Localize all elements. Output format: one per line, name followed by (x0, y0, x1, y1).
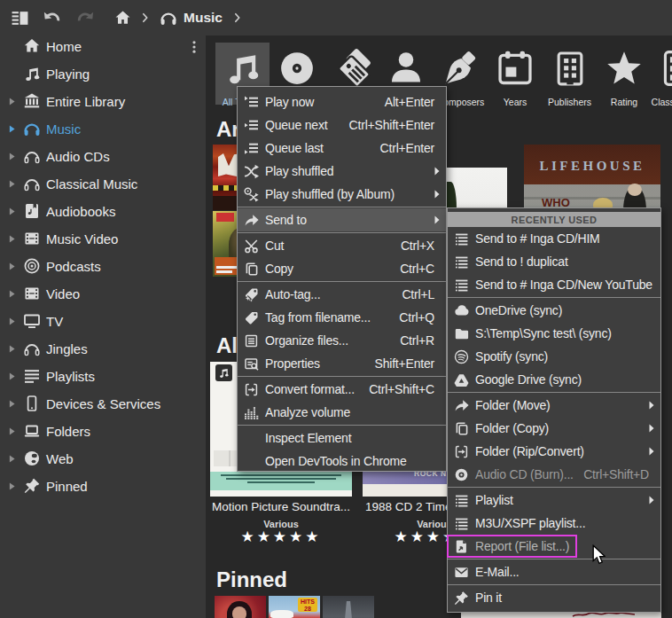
queue-next-icon (244, 118, 259, 133)
menu-item-audio-cd-burn[interactable]: Audio CD (Burn)...Ctrl+Shift+D (448, 463, 660, 486)
sidebar-item-classical-music[interactable]: Classical Music (0, 170, 206, 198)
spotify-icon (454, 349, 469, 364)
view-tab-label: Publishers (548, 97, 591, 107)
menu-item-folder-copy[interactable]: Folder (Copy) (448, 417, 660, 440)
menu-item-send-to-duplicat[interactable]: Send to ! duplicat (448, 250, 660, 273)
menu-item-label: Analyze volume (265, 405, 350, 419)
sidebar-item-music-video[interactable]: Music Video (0, 225, 206, 253)
sidebar-item-home[interactable]: Home (0, 33, 206, 60)
library-icon (22, 91, 42, 111)
menu-item-google-drive-sync[interactable]: Google Drive (sync) (448, 368, 660, 391)
album-rating[interactable]: ★★★★★ (209, 528, 353, 545)
expand-arrow-icon[interactable] (9, 234, 18, 243)
menu-item-label: Copy (265, 262, 293, 276)
sidebar-item-podcasts[interactable]: Podcasts (0, 253, 206, 280)
note-big-icon (223, 49, 262, 88)
pinned-thumb[interactable] (323, 596, 374, 618)
sidebar-item-folders[interactable]: Folders (0, 418, 206, 445)
menu-item-queue-last[interactable]: Queue lastCtrl+Enter (238, 137, 446, 160)
menu-item-label: E-Mail... (475, 565, 520, 579)
menu-item-copy[interactable]: CopyCtrl+C (238, 257, 446, 280)
menu-item-inspect-element[interactable]: Inspect Element (238, 426, 446, 450)
undo-button[interactable] (39, 0, 65, 35)
expand-arrow-icon[interactable] (9, 426, 18, 435)
toggle-panel-button[interactable] (0, 0, 39, 35)
podcast-icon (22, 256, 42, 276)
convert-icon (244, 382, 259, 397)
menu-item-send-to-inga-cd-him[interactable]: Send to # Inga CD/HIM (448, 227, 660, 250)
menu-item-open-devtools-in-chrome[interactable]: Open DevTools in Chrome (238, 450, 446, 473)
menu-item-m3u-xspf-playlist[interactable]: M3U/XSPF playlist... (448, 512, 660, 535)
view-tab-publishers[interactable]: Publishers (543, 43, 598, 105)
menu-item-cut[interactable]: CutCtrl+X (238, 234, 446, 257)
expand-arrow-icon[interactable] (9, 97, 18, 106)
expand-arrow-icon[interactable] (9, 344, 18, 353)
sidebar-item-video[interactable]: Video (0, 280, 206, 308)
pinned-thumb[interactable] (215, 596, 266, 618)
expand-arrow-icon[interactable] (9, 179, 18, 188)
sidebar-item-jingles[interactable]: Jingles (0, 335, 206, 363)
expand-arrow-icon[interactable] (9, 262, 18, 270)
menu-item-label: Folder (Move) (475, 398, 551, 412)
expand-arrow-icon[interactable] (9, 399, 18, 408)
laptop-icon (22, 421, 42, 441)
breadcrumb-music-button[interactable]: Music (160, 0, 223, 35)
menu-item-folder-move[interactable]: Folder (Move) (448, 394, 660, 417)
view-tab-label: Rating (611, 97, 637, 107)
menu-item-label: Queue next (265, 118, 327, 132)
menu-item-label: Google Drive (sync) (475, 372, 582, 387)
expand-arrow-icon[interactable] (9, 481, 18, 490)
sidebar-item-audio-cds[interactable]: Audio CDs (0, 143, 206, 170)
expand-arrow-icon[interactable] (9, 454, 18, 463)
sidebar-item-pinned[interactable]: Pinned (0, 473, 206, 500)
view-tab-classification[interactable]: Classification (652, 43, 672, 105)
sidebar-item-devices-services[interactable]: Devices & Services (0, 390, 206, 418)
sidebar-item-music[interactable]: Music (0, 115, 206, 143)
sidebar-item-audiobooks[interactable]: Audiobooks (0, 198, 206, 225)
expand-arrow-icon[interactable] (9, 124, 18, 133)
analyze-icon (244, 405, 259, 420)
sidebar-item-tv[interactable]: TV (0, 308, 206, 335)
menu-item-label: Tag from filename... (265, 310, 371, 325)
menu-item-properties[interactable]: PropertiesShift+Enter (238, 352, 446, 375)
menu-item-convert-format[interactable]: Convert format...Ctrl+Shift+C (238, 378, 446, 401)
pinned-thumb[interactable]: HITS 28 (269, 596, 320, 618)
menu-separator (238, 207, 446, 207)
menu-item-folder-rip-convert[interactable]: Folder (Rip/Convert) (448, 440, 660, 463)
menu-item-tag-from-filename[interactable]: Tag from filename...Ctrl+Q (238, 306, 446, 329)
view-tab-rating[interactable]: Rating (597, 43, 652, 105)
menu-item-pin-it[interactable]: Pin it (448, 586, 660, 609)
menu-item-send-to[interactable]: Send to (238, 208, 446, 231)
sidebar-item-playlists[interactable]: Playlists (0, 363, 206, 390)
menu-item-playlist[interactable]: Playlist (448, 489, 660, 512)
sidebar-item-entire-library[interactable]: Entire Library (0, 88, 206, 115)
expand-arrow-icon[interactable] (9, 152, 18, 160)
menu-item-onedrive-sync[interactable]: OneDrive (sync) (448, 299, 660, 322)
submenu-arrow-icon (649, 496, 654, 505)
sidebar-item-label: Music Video (46, 231, 118, 246)
menu-item-send-to-inga-cd-new-youtube[interactable]: Send to # Inga CD/New YouTube (448, 273, 660, 296)
expand-arrow-icon[interactable] (9, 372, 18, 380)
view-tab-years[interactable]: Years (488, 43, 543, 105)
menu-item-analyze-volume[interactable]: Analyze volume (238, 401, 446, 424)
expand-arrow-icon[interactable] (9, 317, 18, 325)
headphones-icon (160, 9, 177, 27)
menu-item-e-mail[interactable]: E-Mail... (448, 560, 660, 583)
menu-item-play-shuffled-by-album[interactable]: Play shuffled (by Album) (238, 183, 446, 206)
expand-arrow-icon[interactable] (9, 289, 18, 298)
album-title[interactable]: Motion Picture Soundtra... (209, 500, 353, 513)
redo-button[interactable] (73, 0, 98, 35)
menu-item-play-now[interactable]: Play nowAlt+Enter (238, 90, 446, 113)
breadcrumb-home-button[interactable] (114, 0, 131, 35)
menu-item-queue-next[interactable]: Queue nextCtrl+Shift+Enter (238, 113, 446, 137)
sidebar-item-playing[interactable]: Playing (0, 60, 206, 88)
expand-arrow-icon[interactable] (9, 207, 18, 215)
menu-item-play-shuffled[interactable]: Play shuffled (238, 160, 446, 183)
sidebar-item-web[interactable]: Web (0, 445, 206, 473)
menu-item-organize-files[interactable]: Organize files...Ctrl+R (238, 329, 446, 352)
menu-item-label: Queue last (265, 141, 324, 155)
menu-item-auto-tag[interactable]: Auto-tag...Ctrl+L (238, 283, 446, 306)
shuffle-icon (244, 164, 259, 179)
menu-item-spotify-sync[interactable]: Spotify (sync) (448, 345, 660, 368)
menu-item-s-temp-sync-test-sync[interactable]: S:\Temp\Sync test\ (sync) (448, 322, 660, 345)
